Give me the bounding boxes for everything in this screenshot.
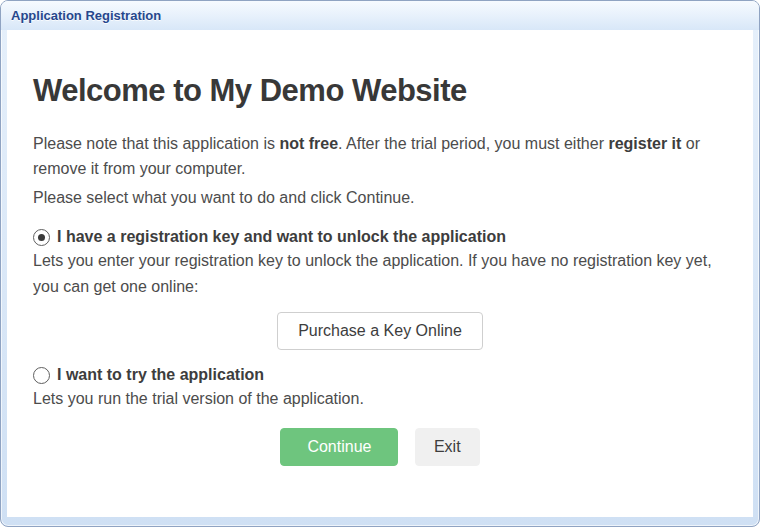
intro-bold-not-free: not free [279,135,338,152]
register-option-row[interactable]: I have a registration key and want to un… [33,228,727,246]
purchase-key-button[interactable]: Purchase a Key Online [277,312,483,350]
try-option-row[interactable]: I want to try the application [33,366,727,384]
page-title: Welcome to My Demo Website [33,72,727,109]
intro-paragraph: Please note that this application is not… [33,131,727,181]
exit-button[interactable]: Exit [415,428,480,466]
title-bar[interactable]: Application Registration [1,1,759,30]
try-option-label[interactable]: I want to try the application [57,366,264,384]
register-option-description: Lets you enter your registration key to … [33,248,727,300]
register-option-label[interactable]: I have a registration key and want to un… [57,228,506,246]
application-registration-window: Application Registration Welcome to My D… [0,0,760,527]
continue-button[interactable]: Continue [280,428,398,466]
window-title: Application Registration [11,8,161,23]
select-instruction: Please select what you want to do and cl… [33,185,727,210]
try-option-description: Lets you run the trial version of the ap… [33,386,727,412]
intro-bold-register-it: register it [608,135,681,152]
intro-text-2: . After the trial period, you must eithe… [338,135,608,152]
intro-text-1: Please note that this application is [33,135,279,152]
radio-register-option[interactable] [33,229,50,246]
radio-try-option[interactable] [33,367,50,384]
dialog-content: Welcome to My Demo Website Please note t… [7,30,753,517]
